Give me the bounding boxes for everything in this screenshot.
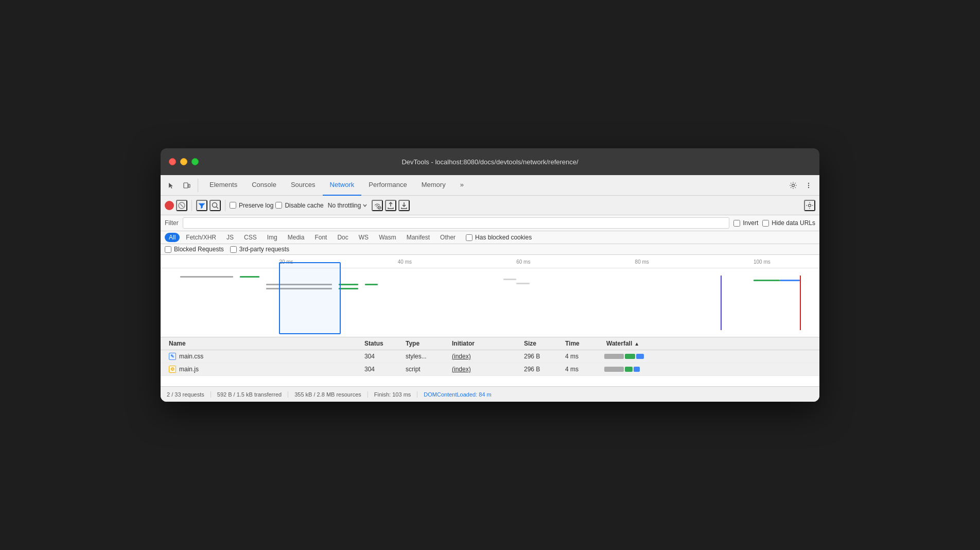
filter-type-doc[interactable]: Doc bbox=[333, 233, 352, 242]
window-title: DevTools - localhost:8080/docs/devtools/… bbox=[401, 158, 578, 166]
td-size-css: 296 B bbox=[520, 350, 561, 363]
svg-point-2 bbox=[792, 184, 795, 186]
preserve-log-checkbox[interactable] bbox=[230, 202, 236, 209]
filter-icon[interactable] bbox=[196, 200, 207, 211]
filter-type-media[interactable]: Media bbox=[284, 233, 309, 242]
filter-type-img[interactable]: Img bbox=[263, 233, 282, 242]
tab-console[interactable]: Console bbox=[244, 175, 284, 196]
timeline-bars bbox=[161, 268, 819, 330]
fullscreen-button[interactable] bbox=[191, 158, 199, 165]
svg-point-8 bbox=[213, 202, 217, 207]
wf-bar-green-css bbox=[625, 354, 635, 359]
throttling-dropdown[interactable]: No throttling bbox=[326, 201, 370, 210]
separator-2 bbox=[225, 200, 225, 211]
th-name[interactable]: Name bbox=[165, 337, 360, 350]
svg-rect-0 bbox=[184, 183, 188, 188]
has-blocked-cookies-checkbox[interactable] bbox=[466, 234, 472, 241]
td-name-css: ✎ main.css bbox=[165, 350, 360, 363]
mini-bar-5 bbox=[339, 284, 358, 285]
th-status[interactable]: Status bbox=[360, 337, 401, 350]
tab-more[interactable]: » bbox=[453, 175, 471, 196]
svg-point-12 bbox=[809, 204, 811, 207]
mini-bar-6 bbox=[365, 284, 378, 285]
minimize-button[interactable] bbox=[180, 158, 187, 165]
invert-label[interactable]: Invert bbox=[733, 219, 758, 227]
table-row[interactable]: ✎ main.css 304 styles... (index) 296 B 4… bbox=[161, 350, 819, 363]
tabs-icons bbox=[165, 179, 198, 192]
settings-icon[interactable] bbox=[786, 179, 800, 192]
filter-type-js[interactable]: JS bbox=[222, 233, 238, 242]
cursor-icon[interactable] bbox=[165, 179, 178, 192]
filter-type-font[interactable]: Font bbox=[310, 233, 331, 242]
filter-type-other[interactable]: Other bbox=[436, 233, 460, 242]
disable-cache-checkbox[interactable] bbox=[275, 202, 282, 209]
tab-performance[interactable]: Performance bbox=[361, 175, 414, 196]
filter-type-wasm[interactable]: Wasm bbox=[375, 233, 400, 242]
waterfall-overview[interactable]: 20 ms 40 ms 60 ms 80 ms 100 ms bbox=[161, 255, 819, 337]
filter-type-ws[interactable]: WS bbox=[355, 233, 373, 242]
blocked-requests-bar: Blocked Requests 3rd-party requests bbox=[161, 244, 819, 255]
filter-type-manifest[interactable]: Manifest bbox=[402, 233, 434, 242]
mini-bar-11 bbox=[780, 280, 799, 281]
status-dom-content-loaded: DOMContentLoaded: 84 m bbox=[417, 391, 497, 398]
timeline-label-80ms: 80 ms bbox=[635, 259, 649, 265]
tab-sources[interactable]: Sources bbox=[284, 175, 323, 196]
sort-arrow: ▲ bbox=[634, 341, 639, 347]
tabs-list: Elements Console Sources Network Perform… bbox=[202, 175, 786, 196]
tab-memory[interactable]: Memory bbox=[414, 175, 453, 196]
table-row[interactable]: ⚙ main.js 304 script (index) 296 B 4 ms bbox=[161, 363, 819, 376]
load-line bbox=[800, 276, 801, 330]
invert-checkbox[interactable] bbox=[733, 220, 740, 227]
separator-1 bbox=[191, 200, 192, 211]
disable-cache-label[interactable]: Disable cache bbox=[275, 202, 323, 209]
tab-network[interactable]: Network bbox=[323, 175, 362, 196]
th-type[interactable]: Type bbox=[401, 337, 448, 350]
titlebar: DevTools - localhost:8080/docs/devtools/… bbox=[161, 148, 819, 175]
wifi-settings-icon[interactable] bbox=[372, 200, 383, 211]
tab-elements[interactable]: Elements bbox=[202, 175, 244, 196]
wf-bar-green-js bbox=[625, 367, 633, 372]
has-blocked-cookies-label[interactable]: Has blocked cookies bbox=[466, 234, 532, 241]
table-header: Name Status Type Initiator Size Time Wat… bbox=[161, 337, 819, 350]
hide-data-urls-label[interactable]: Hide data URLs bbox=[762, 219, 815, 227]
th-size[interactable]: Size bbox=[520, 337, 561, 350]
svg-line-11 bbox=[379, 207, 381, 209]
preserve-log-label[interactable]: Preserve log bbox=[230, 202, 273, 209]
svg-point-3 bbox=[808, 182, 809, 183]
third-party-requests-checkbox[interactable] bbox=[230, 246, 237, 253]
mini-bar-9 bbox=[516, 283, 530, 284]
filter-type-all[interactable]: All bbox=[165, 233, 180, 242]
record-button[interactable] bbox=[165, 201, 174, 210]
mini-bar-1 bbox=[180, 276, 233, 278]
search-icon[interactable] bbox=[209, 200, 221, 211]
network-settings-icon[interactable] bbox=[804, 200, 815, 211]
blocked-requests-checkbox[interactable] bbox=[165, 246, 171, 253]
th-waterfall[interactable]: Waterfall ▲ bbox=[602, 337, 815, 350]
upload-icon[interactable] bbox=[385, 200, 396, 211]
svg-line-9 bbox=[217, 207, 219, 209]
th-initiator[interactable]: Initiator bbox=[448, 337, 520, 350]
hide-data-urls-checkbox[interactable] bbox=[762, 220, 769, 227]
td-initiator-css: (index) bbox=[448, 350, 520, 363]
th-time[interactable]: Time bbox=[561, 337, 602, 350]
clear-button[interactable] bbox=[176, 200, 187, 211]
td-initiator-js: (index) bbox=[448, 363, 520, 375]
device-toggle-icon[interactable] bbox=[180, 179, 194, 192]
filter-type-css[interactable]: CSS bbox=[240, 233, 261, 242]
td-type-css: styles... bbox=[401, 350, 448, 363]
third-party-requests-label[interactable]: 3rd-party requests bbox=[230, 246, 289, 253]
more-menu-icon[interactable] bbox=[802, 179, 815, 192]
js-file-icon: ⚙ bbox=[169, 366, 176, 373]
download-icon[interactable] bbox=[398, 200, 410, 211]
td-time-css: 4 ms bbox=[561, 350, 602, 363]
timeline-label-60ms: 60 ms bbox=[516, 259, 530, 265]
filter-type-fetch-xhr[interactable]: Fetch/XHR bbox=[182, 233, 220, 242]
waterfall-timeline: 20 ms 40 ms 60 ms 80 ms 100 ms bbox=[161, 255, 819, 337]
wf-bar-blue-css bbox=[636, 354, 644, 359]
mini-bar-7 bbox=[339, 288, 358, 289]
close-button[interactable] bbox=[169, 158, 176, 165]
dom-content-loaded-line bbox=[721, 276, 722, 330]
blocked-requests-label[interactable]: Blocked Requests bbox=[165, 246, 224, 253]
selection-box[interactable] bbox=[279, 262, 341, 334]
devtools-window: DevTools - localhost:8080/docs/devtools/… bbox=[161, 148, 819, 402]
